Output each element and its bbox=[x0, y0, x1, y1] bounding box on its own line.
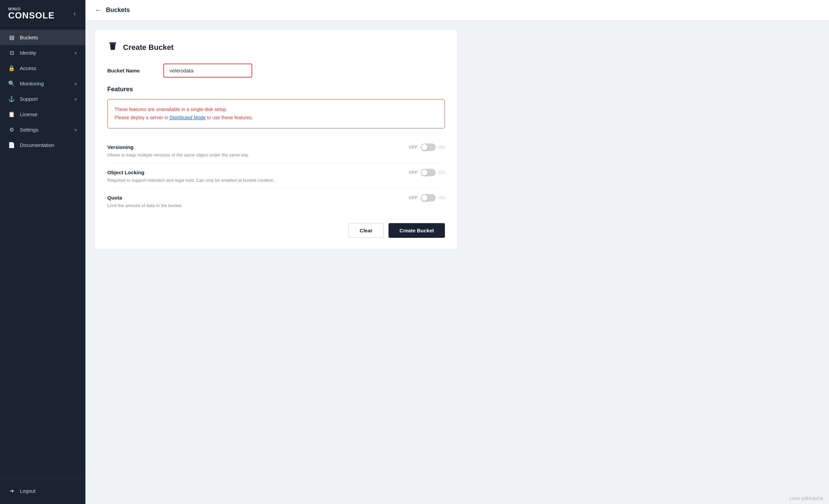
object-locking-toggle-container: OFF ON bbox=[409, 169, 445, 176]
versioning-off-label: OFF bbox=[409, 145, 418, 150]
content-area: Create Bucket Bucket Name Features These… bbox=[85, 21, 829, 504]
sidebar-item-identity[interactable]: ⊟ Identity ∨ bbox=[0, 45, 85, 60]
feature-versioning-name: Versioning bbox=[107, 144, 134, 150]
quota-toggle-knob bbox=[421, 195, 427, 201]
bucket-name-label: Bucket Name bbox=[107, 68, 155, 73]
buckets-icon: ▤ bbox=[8, 34, 15, 41]
chevron-down-icon: ∨ bbox=[74, 127, 77, 132]
versioning-toggle[interactable] bbox=[421, 144, 436, 151]
monitoring-icon: 🔍 bbox=[8, 80, 15, 87]
topbar: ← Buckets bbox=[85, 0, 829, 21]
page-title: Buckets bbox=[106, 6, 130, 14]
create-bucket-card: Create Bucket Bucket Name Features These… bbox=[95, 30, 457, 249]
svg-rect-1 bbox=[111, 43, 115, 44]
card-title: Create Bucket bbox=[123, 43, 174, 52]
versioning-toggle-container: OFF ON bbox=[409, 144, 445, 151]
features-warning-box: These features are unavailable in a sing… bbox=[107, 99, 445, 128]
feature-quota-desc: Limit the amount of data in the bucket. bbox=[107, 203, 445, 208]
bucket-name-row: Bucket Name bbox=[107, 64, 445, 78]
sidebar-item-label: Support bbox=[20, 96, 69, 102]
object-locking-toggle-knob bbox=[421, 169, 427, 176]
create-bucket-button[interactable]: Create Bucket bbox=[389, 223, 445, 238]
quota-toggle-container: OFF ON bbox=[409, 194, 445, 202]
features-section-title: Features bbox=[107, 86, 445, 93]
quota-on-label: ON bbox=[438, 195, 445, 200]
distributed-mode-link[interactable]: Distributed Mode bbox=[169, 115, 206, 120]
license-icon: 📋 bbox=[8, 111, 15, 118]
feature-quota: Quota OFF ON Limit the amount of data in… bbox=[107, 189, 445, 214]
warning-text-before: Please deploy a server in bbox=[114, 115, 169, 120]
logo: MIN|O CONSOLE bbox=[8, 7, 55, 20]
documentation-icon: 📄 bbox=[8, 142, 15, 148]
clear-button[interactable]: Clear bbox=[349, 223, 384, 238]
feature-object-locking-name: Object Locking bbox=[107, 169, 144, 175]
warning-text-after: to use these features. bbox=[206, 115, 253, 120]
settings-icon: ⚙ bbox=[8, 126, 15, 133]
feature-object-locking-header: Object Locking OFF ON bbox=[107, 169, 445, 176]
back-button[interactable]: ← bbox=[95, 6, 102, 14]
logout-icon: ➜ bbox=[8, 488, 15, 494]
sidebar-item-label: Settings bbox=[20, 127, 69, 133]
feature-quota-name: Quota bbox=[107, 195, 122, 201]
object-locking-off-label: OFF bbox=[409, 170, 418, 175]
main-content: ← Buckets Create Bucket Bucket Name bbox=[85, 0, 829, 504]
sidebar-item-label: Logout bbox=[20, 488, 77, 494]
sidebar-nav: ▤ Buckets ⊟ Identity ∨ 🔒 Access 🔍 Monito… bbox=[0, 26, 85, 479]
sidebar-item-label: License bbox=[20, 111, 77, 117]
sidebar-item-label: Monitoring bbox=[20, 81, 69, 86]
feature-object-locking: Object Locking OFF ON Required to suppor… bbox=[107, 163, 445, 189]
sidebar-item-label: Access bbox=[20, 65, 77, 71]
feature-versioning-header: Versioning OFF ON bbox=[107, 144, 445, 151]
identity-icon: ⊟ bbox=[8, 50, 15, 56]
sidebar-item-label: Identity bbox=[20, 50, 69, 56]
bucket-icon bbox=[107, 41, 118, 54]
footer-note: CSDN @爱吃猪的鱼 bbox=[789, 496, 824, 501]
sidebar-bottom: ➜ Logout bbox=[0, 479, 85, 504]
footer-buttons: Clear Create Bucket bbox=[107, 223, 445, 238]
object-locking-on-label: ON bbox=[438, 170, 445, 175]
sidebar-item-access[interactable]: 🔒 Access bbox=[0, 60, 85, 76]
warning-line2: Please deploy a server in Distributed Mo… bbox=[114, 114, 438, 122]
sidebar-item-logout[interactable]: ➜ Logout bbox=[0, 483, 85, 499]
card-header: Create Bucket bbox=[107, 41, 445, 54]
sidebar-item-documentation[interactable]: 📄 Documentation bbox=[0, 137, 85, 153]
versioning-on-label: ON bbox=[438, 145, 445, 150]
back-arrow-icon: ← bbox=[95, 6, 102, 14]
sidebar: MIN|O CONSOLE ‹ ▤ Buckets ⊟ Identity ∨ 🔒… bbox=[0, 0, 85, 504]
feature-object-locking-desc: Required to support retention and legal … bbox=[107, 178, 445, 183]
features-list: Versioning OFF ON Allows to keep multipl… bbox=[107, 138, 445, 214]
feature-versioning-desc: Allows to keep multiple versions of the … bbox=[107, 152, 445, 158]
warning-line1: These features are unavailable in a sing… bbox=[114, 106, 438, 114]
logo-console: CONSOLE bbox=[8, 11, 55, 20]
sidebar-logo-area: MIN|O CONSOLE ‹ bbox=[0, 0, 85, 26]
sidebar-item-monitoring[interactable]: 🔍 Monitoring ∨ bbox=[0, 76, 85, 91]
access-icon: 🔒 bbox=[8, 65, 15, 71]
support-icon: ⚓ bbox=[8, 96, 15, 102]
feature-quota-header: Quota OFF ON bbox=[107, 194, 445, 202]
bucket-name-input[interactable] bbox=[163, 64, 252, 78]
feature-versioning: Versioning OFF ON Allows to keep multipl… bbox=[107, 138, 445, 163]
chevron-down-icon: ∨ bbox=[74, 81, 77, 86]
sidebar-item-support[interactable]: ⚓ Support ∨ bbox=[0, 91, 85, 107]
quota-off-label: OFF bbox=[409, 195, 418, 200]
chevron-down-icon: ∨ bbox=[74, 97, 77, 101]
sidebar-item-label: Documentation bbox=[20, 142, 77, 148]
sidebar-item-buckets[interactable]: ▤ Buckets bbox=[0, 30, 85, 45]
sidebar-item-settings[interactable]: ⚙ Settings ∨ bbox=[0, 122, 85, 137]
chevron-down-icon: ∨ bbox=[74, 51, 77, 55]
object-locking-toggle[interactable] bbox=[421, 169, 436, 176]
sidebar-collapse-button[interactable]: ‹ bbox=[72, 8, 77, 19]
quota-toggle[interactable] bbox=[421, 194, 436, 202]
sidebar-item-label: Buckets bbox=[20, 35, 77, 40]
sidebar-item-license[interactable]: 📋 License bbox=[0, 107, 85, 122]
versioning-toggle-knob bbox=[421, 144, 427, 150]
